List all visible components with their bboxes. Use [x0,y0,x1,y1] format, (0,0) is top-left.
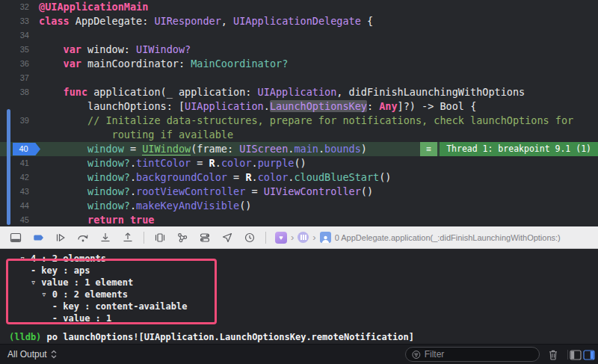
console-bottom-bar: All Output [0,344,598,364]
code-line: 32@UIApplicationMain [0,0,598,14]
source-editor[interactable]: 32@UIApplicationMain33class AppDelegate:… [0,0,598,226]
line-number[interactable]: 35 [0,43,34,57]
thread-breakpoint-label: Thread 1: breakpoint 9.1 (1) [440,142,598,156]
line-number[interactable]: 42 [0,170,34,185]
step-out-icon[interactable] [118,229,138,246]
step-over-icon[interactable] [73,229,93,246]
code-text: window = UIWindow(frame: UIScreen.main.b… [34,142,367,156]
code-text: window?.backgroundColor = R.color.cloudB… [34,170,392,185]
hide-debug-area-icon[interactable] [6,229,25,246]
line-number[interactable]: 33 [0,14,34,28]
code-line: launchOptions: [UIApplication.LaunchOpti… [0,99,598,114]
thread-icon[interactable] [298,232,309,243]
annotation-highlight-box [6,259,217,324]
filter-icon [412,350,421,360]
code-text: var window: UIWindow? [34,43,191,57]
code-text: routing if available [34,128,233,142]
breakpoint-badge-menu-icon[interactable]: ≡ [420,142,437,156]
code-rows: 32@UIApplicationMain33class AppDelegate:… [0,0,598,226]
code-text: @UIApplicationMain [34,0,148,14]
breakpoints-toggle-icon[interactable] [28,229,48,246]
debug-toolbar: ♥ › › 0 AppDelegate.application(_:didFin… [0,226,598,249]
code-line: 42 window?.backgroundColor = R.color.clo… [0,170,598,185]
lldb-prompt: (lldb) [9,332,41,342]
app-icon[interactable]: ♥ [275,232,287,244]
code-line: 43 window?.rootViewController = UIViewCo… [0,185,598,199]
code-line: routing if available [0,128,598,142]
code-line: 41 window?.tintColor = R.color.purple() [0,156,598,170]
line-number[interactable]: 37 [0,71,34,85]
code-line: 45 return true [0,213,598,226]
continue-icon[interactable] [51,229,70,246]
chevron-right-icon: › [312,232,315,243]
line-number[interactable]: 39 [0,114,34,128]
chevron-right-icon: › [291,232,294,243]
code-line-current: 40 window = UIWindow(frame: UIScreen.mai… [0,142,598,156]
code-text: window?.tintColor = R.color.purple() [34,156,306,170]
toolbar-separator [265,232,266,244]
code-text: launchOptions: [UIApplication.LaunchOpti… [34,99,476,114]
split-console-left-icon[interactable] [568,348,583,362]
code-line: 37 [0,71,598,85]
step-into-icon[interactable] [96,229,115,246]
code-line: 38 func application(_ application: UIApp… [0,85,598,99]
code-line: 34 [0,28,598,43]
simulate-location-icon[interactable] [218,229,237,246]
code-text: var mainCoordinator: MainCoordinator? [34,57,288,71]
trash-icon[interactable] [546,348,561,362]
line-number[interactable]: 45 [0,213,34,226]
focus-accent-bar [7,109,10,225]
output-scope-label: All Output [7,349,47,360]
code-line: 44 window?.makeKeyAndVisible() [0,199,598,213]
line-number[interactable]: 44 [0,199,34,213]
code-text: window?.rootViewController = UIViewContr… [34,185,373,199]
code-line: 36 var mainCoordinator: MainCoordinator? [0,57,598,71]
code-text: // Initalize data-structures, prepare fo… [34,114,573,128]
line-number[interactable]: 43 [0,185,34,199]
breakpoint-arrow[interactable]: 40 [13,143,40,155]
environment-overrides-icon[interactable] [195,229,215,246]
xcode-debug-window: 32@UIApplicationMain33class AppDelegate:… [0,0,598,364]
line-number[interactable]: 38 [0,85,34,99]
toolbar-separator [144,232,144,244]
code-line: 39 // Initalize data-structures, prepare… [0,114,598,128]
memory-graph-icon[interactable] [173,229,192,246]
popup-chevrons-icon [51,350,57,359]
line-number[interactable]: 36 [0,57,34,71]
split-console-right-icon[interactable] [582,348,597,362]
debug-breadcrumb: ♥ › › 0 AppDelegate.application(_:didFin… [275,232,561,244]
debug-console[interactable]: ▿ 4 : 2 elements - key : aps ▿ value : 1… [0,249,598,344]
code-line: 33class AppDelegate: UIResponder, UIAppl… [0,14,598,28]
line-number[interactable]: 41 [0,156,34,170]
line-number[interactable]: 32 [0,0,34,14]
output-scope-popup[interactable]: All Output [0,349,57,360]
lldb-command: po launchOptions![UIApplication.LaunchOp… [41,332,414,342]
stack-frame-label[interactable]: 0 AppDelegate.application(_:didFinishLau… [335,233,561,242]
breakpoint-badge[interactable]: ≡Thread 1: breakpoint 9.1 (1) [420,142,598,156]
timeline-icon[interactable] [240,229,259,246]
filter-input[interactable] [425,349,533,360]
code-text: class AppDelegate: UIResponder, UIApplic… [34,14,373,28]
console-filter-field[interactable] [405,347,540,362]
code-text: func application(_ application: UIApplic… [34,85,525,99]
view-hierarchy-icon[interactable] [150,229,170,246]
frame-icon[interactable] [320,232,331,243]
code-text: return true [34,213,154,226]
line-number[interactable]: 34 [0,28,34,43]
code-text: window?.makeKeyAndVisible() [34,199,252,213]
lldb-command-line[interactable]: (lldb) po launchOptions![UIApplication.L… [0,332,598,343]
code-line: 35 var window: UIWindow? [0,43,598,57]
